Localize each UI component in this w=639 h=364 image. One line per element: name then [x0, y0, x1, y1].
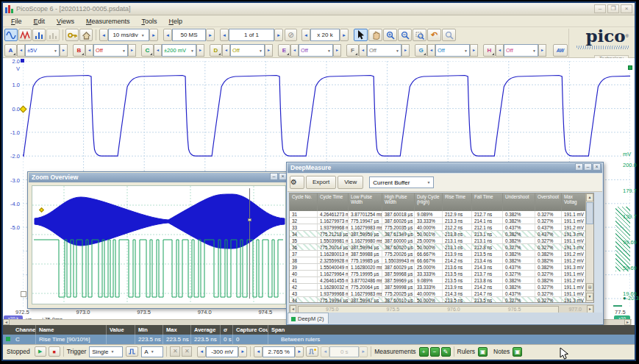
remove-measurement-button[interactable]: − — [430, 347, 440, 357]
channel-f-range-up-icon[interactable]: ► — [401, 44, 410, 57]
tab-deepmeasure[interactable]: DeepM (2) — [288, 313, 329, 324]
vertical-scrollbar[interactable]: ▲ ▤ ▼ — [585, 193, 593, 302]
samples-up-icon[interactable]: ► — [206, 29, 215, 41]
channel-b-range-up-icon[interactable]: ► — [128, 44, 136, 57]
table-row[interactable]: 431.93799968 ms1.16279983 ms775.20025 µs… — [290, 290, 587, 297]
table-row[interactable]: 401.16279964 ms775.19995 µs387.59968 µs3… — [290, 271, 587, 277]
pointer-tool-icon[interactable] — [354, 29, 368, 41]
undo-zoom-icon[interactable]: ↶ — [427, 29, 441, 41]
buffer-prev-icon[interactable]: ◄ — [220, 29, 229, 41]
channel-h-range-select[interactable]: Off▼ — [504, 44, 538, 57]
restore-icon[interactable]: ❐ — [607, 4, 619, 13]
timebase-select[interactable]: 10 ms/div▼ — [108, 29, 149, 41]
probe-key-icon[interactable] — [65, 29, 79, 41]
channel-g-range-down-icon[interactable]: ◄ — [427, 44, 435, 57]
table-row[interactable]: 331.93799968 ms1.16279983 ms775.20035 µs… — [290, 224, 587, 231]
pretrigger-up-icon[interactable]: ► — [295, 346, 304, 357]
scroll-left-icon[interactable]: ◄ — [3, 319, 10, 325]
trigger-level-field[interactable]: -300 mV — [206, 346, 238, 357]
trigger-setup-icon[interactable] — [126, 346, 138, 357]
channel-a-range-select[interactable]: ±5V▼ — [25, 44, 60, 57]
trigger-mode-select[interactable]: Single▼ — [89, 346, 123, 357]
right-axis-ruler-handle[interactable] — [613, 305, 622, 307]
pretrigger-down-icon[interactable]: ◄ — [254, 346, 263, 357]
notes-button[interactable]: ▣ — [513, 347, 522, 357]
close-icon[interactable]: × — [621, 4, 632, 13]
channel-e-range-select[interactable]: Off▼ — [299, 44, 333, 57]
channel-b-button[interactable]: B — [73, 44, 85, 57]
menu-item-measurements[interactable]: Measurements — [81, 16, 135, 26]
channel-e-button[interactable]: E — [278, 44, 290, 57]
pretrigger-field[interactable]: 2.765 % — [263, 346, 295, 357]
scroll-up-icon[interactable]: ▲ — [586, 193, 593, 201]
buffer-select[interactable]: Current Buffer ▼ — [369, 176, 434, 188]
timebase-prev-icon[interactable]: ◄ — [99, 29, 108, 41]
zoom-factor-field[interactable]: x 20 k — [310, 29, 340, 41]
channel-d-range-select[interactable]: Off▼ — [230, 44, 265, 57]
trigger-source-select[interactable]: A▼ — [141, 346, 163, 357]
table-row[interactable]: 321.16279973 ms775.19947 µs387.60026 µs3… — [290, 218, 587, 224]
channel-h-range-up-icon[interactable]: ► — [538, 44, 546, 57]
channel-c-range-select[interactable]: ±200 mV▼ — [162, 44, 196, 57]
channel-c-range-down-icon[interactable]: ◄ — [154, 44, 162, 57]
table-row[interactable]: 421.16280032 ms775.20064 µs387.59998 µs3… — [290, 284, 587, 290]
add-measurement-button[interactable]: + — [419, 347, 429, 357]
zoom-region-handle[interactable] — [248, 218, 251, 221]
channel-g-range-up-icon[interactable]: ► — [470, 44, 478, 57]
menu-item-file[interactable]: File — [6, 16, 27, 26]
menu-item-views[interactable]: Views — [51, 16, 79, 26]
timebase-next-icon[interactable]: ► — [149, 29, 158, 41]
awg-button[interactable]: AW — [553, 44, 568, 57]
zoom-out-step-icon[interactable]: ◄ — [301, 29, 310, 41]
channel-f-button[interactable]: F — [346, 44, 359, 57]
edit-measurement-button[interactable]: ✎ — [441, 347, 451, 357]
channel-b-range-down-icon[interactable]: ◄ — [85, 44, 93, 57]
channel-d-range-down-icon[interactable]: ◄ — [222, 44, 230, 57]
deepmeasure-titlebar[interactable]: DeepMeasure — [288, 163, 602, 173]
channel-d-button[interactable]: D — [210, 44, 222, 57]
scrollbar-thumb[interactable] — [586, 202, 593, 224]
samples-field[interactable]: 50 MS — [172, 29, 206, 41]
zoom-off-tool-icon[interactable] — [442, 29, 456, 41]
close-icon[interactable]: × — [593, 163, 601, 171]
scope-view-icon[interactable] — [4, 29, 18, 41]
table-row[interactable]: 44775.19994 µs387.59947 µs387.60010 µs50… — [290, 297, 587, 302]
channel-g-range-select[interactable]: Off▼ — [435, 44, 470, 57]
buffer-next-icon[interactable]: ► — [274, 29, 283, 41]
channel-a-range-up-icon[interactable]: ► — [60, 44, 68, 57]
minimize-icon[interactable]: – — [594, 4, 606, 13]
buffer-navigator-icon[interactable]: ⊘ — [285, 29, 297, 41]
channel-h-button[interactable]: H — [483, 44, 496, 57]
channel-h-range-down-icon[interactable]: ◄ — [496, 44, 504, 57]
trigger-level-down-icon[interactable]: ◄ — [197, 346, 206, 357]
trigger-level-up-icon[interactable]: ► — [238, 346, 247, 357]
table-row[interactable]: 36775.20014 µs387.59994 µs387.60020 µs50… — [290, 244, 587, 251]
zoom-overview-window[interactable]: Zoom Overview – × — [27, 171, 290, 309]
scroll-down-icon[interactable]: ▼ — [586, 293, 593, 301]
export-button[interactable]: Export — [306, 176, 336, 189]
samples-down-icon[interactable]: ◄ — [163, 29, 172, 41]
channel-c-range-up-icon[interactable]: ► — [196, 44, 204, 57]
scroll-right-icon[interactable]: ► — [624, 319, 631, 325]
channel-e-range-down-icon[interactable]: ◄ — [290, 44, 299, 57]
stop-icon[interactable]: ■ — [49, 346, 60, 357]
home-icon[interactable] — [79, 29, 93, 41]
zoom-overview-titlebar[interactable]: Zoom Overview — [29, 173, 288, 182]
minimize-icon[interactable]: – — [584, 163, 592, 171]
channel-f-range-select[interactable]: Off▼ — [367, 44, 401, 57]
channel-c-button[interactable]: C — [141, 44, 154, 57]
hand-tool-icon[interactable] — [368, 29, 382, 41]
start-icon[interactable]: ▶ — [35, 346, 46, 357]
view-button[interactable]: View — [338, 176, 363, 189]
channel-b-range-select[interactable]: Off▼ — [93, 44, 128, 57]
persistence-view-icon[interactable] — [18, 29, 32, 41]
zoom-out-tool-icon[interactable] — [398, 29, 412, 41]
table-row[interactable]: 391.55040049 ms1.16280020 ms387.60029 µs… — [290, 264, 587, 271]
table-row[interactable]: 414.26461455 ms3.87702486 ms387.59969 µs… — [290, 277, 587, 284]
channel-d-range-up-icon[interactable]: ► — [265, 44, 273, 57]
channel-e-range-up-icon[interactable]: ► — [333, 44, 341, 57]
table-row[interactable]: 351.55039981 ms1.16279980 ms387.60000 µs… — [290, 238, 587, 244]
channel-a-range-down-icon[interactable]: ◄ — [17, 44, 25, 57]
table-row[interactable]: 34775.21218 µs387.59959 µs387.61349 µs50… — [290, 231, 587, 238]
table-row[interactable]: 382.32559928 ms775.19985 µs1.55039943 ms… — [290, 257, 587, 264]
